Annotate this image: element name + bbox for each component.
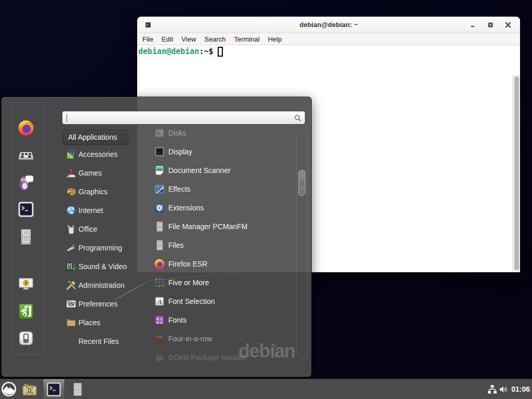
menu-scrollbar-thumb[interactable] bbox=[298, 170, 305, 196]
administration-icon bbox=[65, 280, 77, 291]
application-menu: debian bbox=[1, 97, 312, 377]
terminal-titlebar[interactable]: debian@debian: ~ bbox=[137, 17, 520, 33]
games-icon bbox=[65, 167, 77, 179]
effects-icon bbox=[154, 183, 165, 195]
prompt-path: :~$ bbox=[199, 47, 218, 56]
category-office[interactable]: Office bbox=[63, 220, 149, 238]
app-extensions[interactable]: Extensions bbox=[151, 198, 297, 217]
category-all-applications[interactable]: All Applications bbox=[63, 130, 128, 145]
minimize-button[interactable] bbox=[469, 21, 476, 29]
favorite-pidgin[interactable] bbox=[17, 174, 35, 191]
app-display[interactable]: Display bbox=[151, 142, 297, 161]
category-accessories[interactable]: Accessories bbox=[63, 145, 149, 164]
search-caret bbox=[66, 114, 67, 122]
category-administration[interactable]: Administration bbox=[63, 276, 149, 295]
lock-screen-button[interactable] bbox=[17, 275, 35, 293]
menu-scrollbar[interactable] bbox=[296, 129, 308, 360]
menu-terminal[interactable]: Terminal bbox=[230, 35, 264, 43]
app-font-selection[interactable]: A Font Selection bbox=[151, 292, 297, 311]
category-graphics[interactable]: Graphics bbox=[63, 182, 149, 201]
app-gdebi-package-installer[interactable]: GDebi Package Installer bbox=[151, 348, 297, 367]
accessories-icon bbox=[65, 149, 77, 160]
category-games[interactable]: Games bbox=[63, 164, 149, 182]
menu-help[interactable]: Help bbox=[264, 35, 286, 43]
places-icon bbox=[65, 317, 77, 328]
menu-edit[interactable]: Edit bbox=[157, 35, 177, 43]
maximize-button[interactable] bbox=[487, 21, 494, 29]
network-icon[interactable] bbox=[487, 384, 497, 394]
taskbar-files-button[interactable] bbox=[71, 382, 85, 396]
favorite-firefox[interactable] bbox=[17, 119, 35, 137]
volume-icon[interactable] bbox=[499, 384, 509, 394]
app-effects[interactable]: Effects bbox=[151, 180, 297, 198]
menu-button[interactable] bbox=[1, 381, 17, 397]
app-fonts[interactable]: a a a a Fonts bbox=[151, 311, 297, 329]
four-in-a-row-icon bbox=[154, 333, 165, 344]
prompt-user-host: debian@debian bbox=[138, 47, 199, 56]
five-or-more-icon bbox=[154, 277, 165, 288]
file-manager-launcher[interactable] bbox=[22, 382, 37, 397]
panel-clock[interactable]: 01:06 bbox=[511, 379, 530, 399]
terminal-scrollbar-thumb[interactable] bbox=[514, 76, 519, 270]
sound-video-icon bbox=[65, 261, 77, 272]
bottom-panel: 01:06 bbox=[0, 379, 532, 399]
category-preferences[interactable]: Preferences bbox=[63, 295, 149, 313]
extensions-icon bbox=[154, 202, 165, 214]
favorite-packages[interactable] bbox=[17, 147, 35, 164]
app-five-or-more[interactable]: Five or More bbox=[151, 273, 297, 292]
office-icon bbox=[65, 223, 77, 235]
font-selection-icon: A bbox=[154, 296, 165, 307]
category-places[interactable]: Places bbox=[63, 313, 149, 332]
close-button[interactable] bbox=[504, 21, 512, 29]
preferences-icon bbox=[65, 298, 77, 310]
terminal-menubar: File Edit View Search Terminal Help bbox=[137, 33, 520, 45]
app-document-scanner[interactable]: Document Scanner bbox=[151, 161, 297, 180]
app-files[interactable]: Files bbox=[151, 236, 297, 255]
svg-text:a: a bbox=[156, 320, 158, 325]
document-scanner-icon bbox=[154, 165, 165, 176]
terminal-cursor bbox=[218, 47, 223, 57]
shutdown-button[interactable] bbox=[17, 329, 35, 347]
favorite-file-cabinet[interactable] bbox=[17, 228, 35, 246]
menu-search[interactable]: Search bbox=[200, 35, 230, 43]
terminal-scrollbar[interactable] bbox=[512, 75, 520, 272]
fonts-icon: a a a a bbox=[154, 314, 165, 326]
category-recent-files[interactable]: Recent Files bbox=[63, 332, 149, 351]
app-four-in-a-row[interactable]: Four-in-a-row bbox=[151, 329, 297, 348]
search-icon bbox=[294, 114, 301, 122]
menu-view[interactable]: View bbox=[177, 35, 200, 43]
window-controls bbox=[469, 17, 512, 33]
category-programming[interactable]: Programming bbox=[63, 238, 149, 257]
debian-desktop: { "terminal": { "title": "debian@debian:… bbox=[0, 0, 532, 399]
programming-icon bbox=[65, 242, 77, 254]
menu-file[interactable]: File bbox=[138, 35, 157, 43]
file-manager-icon bbox=[154, 221, 165, 232]
favorite-terminal[interactable] bbox=[17, 201, 35, 218]
app-disks[interactable]: Disks bbox=[151, 124, 297, 142]
window-title: debian@debian: ~ bbox=[137, 17, 520, 33]
scrollbar-grip bbox=[301, 180, 304, 185]
menu-search-input[interactable] bbox=[62, 111, 305, 125]
firefox-icon bbox=[154, 258, 165, 270]
internet-icon bbox=[65, 205, 77, 216]
terminal-icon bbox=[46, 381, 62, 397]
disks-icon bbox=[154, 127, 165, 139]
gdebi-icon bbox=[154, 352, 165, 363]
app-firefox-esr[interactable]: Firefox ESR bbox=[151, 255, 297, 273]
category-internet[interactable]: Internet bbox=[63, 201, 149, 220]
graphics-icon bbox=[65, 186, 77, 197]
taskbar-terminal-button[interactable] bbox=[43, 379, 64, 399]
logout-button[interactable] bbox=[17, 302, 35, 320]
svg-text:A: A bbox=[157, 298, 162, 305]
files-icon bbox=[154, 240, 165, 251]
category-sound-video[interactable]: Sound & Video bbox=[63, 257, 149, 276]
svg-text:a: a bbox=[160, 320, 162, 325]
shell-prompt: debian@debian:~$ bbox=[138, 46, 218, 57]
display-icon bbox=[154, 146, 165, 157]
app-file-manager-pcmanfm[interactable]: File Manager PCManFM bbox=[151, 217, 297, 236]
